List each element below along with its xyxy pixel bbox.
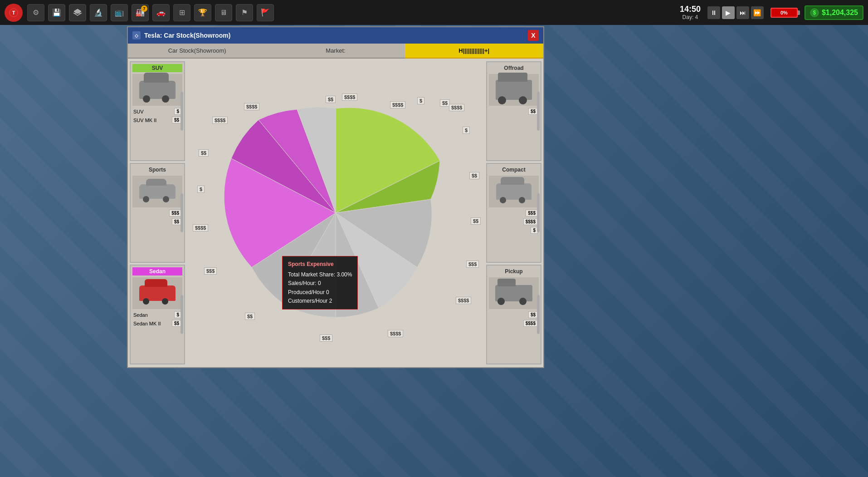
pickup-car-graphic	[495, 285, 532, 301]
battery-display: 0%	[770, 8, 798, 18]
offroad-price-1: $$	[528, 108, 538, 115]
chart-label-4: $$$$	[449, 104, 464, 111]
suv-mk2-name: SUV MK II	[133, 118, 156, 123]
pickup-image	[489, 277, 539, 309]
sports-items: $$$ $$	[132, 209, 182, 226]
pie-chart-area: $$$$ $ $$ $$$$ $ $$ $$ $$$ $$$$ $$$$ $$$…	[187, 59, 484, 367]
chart-label-8: $$$	[466, 261, 479, 268]
tab-market[interactable]: Market:	[266, 44, 405, 59]
dialog-title: Tesla: Car Stock(Showroom)	[144, 32, 230, 39]
sports-item-2[interactable]: $$	[132, 218, 182, 226]
chart-label-5: $	[463, 127, 470, 134]
sports-scrollbar[interactable]	[180, 193, 183, 232]
pickup-item-1[interactable]: $$	[489, 311, 539, 319]
chart-label-9: $$$$	[456, 297, 471, 304]
trophy-icon[interactable]: 🏆	[194, 4, 211, 21]
sports-price-2: $$	[172, 218, 181, 225]
money-icon: $	[810, 8, 819, 17]
suv-item-mk2[interactable]: SUV MK II $$	[132, 116, 182, 124]
toolbar-icons: ⚙ 💾 🔬 📺 🏭 7 🚗 ⊞ 🏆 🖥 ⚑ 🚩	[27, 4, 680, 21]
sports-car-graphic	[139, 184, 176, 199]
pause-button[interactable]: ⏸	[707, 6, 720, 19]
suv-scrollbar[interactable]	[180, 92, 183, 131]
research-icon[interactable]: 🔬	[90, 4, 107, 21]
offroad-panel-title: Offroad	[489, 64, 539, 72]
sedan-panel-title: Sedan	[132, 267, 182, 275]
sports-panel-title: Sports	[132, 166, 182, 174]
save-icon[interactable]: 💾	[48, 4, 65, 21]
compact-car-graphic	[496, 183, 532, 200]
dialog-close-button[interactable]: X	[528, 30, 539, 41]
right-car-panels: Offroad $$ Compact	[484, 59, 543, 367]
compact-item-2[interactable]: $$$$	[489, 218, 539, 226]
compact-image	[489, 176, 539, 207]
flag2-icon[interactable]: 🚩	[257, 4, 274, 21]
dialog-tabs: Car Stock(Showroom) Market: H|||||||||||…	[128, 44, 543, 59]
monitor-icon[interactable]: 🖥	[215, 4, 232, 21]
suv-panel-title: SUV	[132, 64, 182, 72]
dialog-content: SUV SUV $ SUV MK II $$	[128, 59, 543, 367]
sports-item-1[interactable]: $$$	[132, 209, 182, 217]
pie-chart-container: $$$$ $ $$ $$$$ $ $$ $$ $$$ $$$$ $$$$ $$$…	[218, 95, 454, 331]
play-button[interactable]: ▶	[722, 6, 735, 19]
sedan-scrollbar[interactable]	[180, 295, 183, 334]
chart-label-11: $$$	[320, 334, 332, 342]
cars-factory-icon[interactable]: 🏭 7	[132, 4, 149, 21]
compact-scrollbar[interactable]	[537, 193, 540, 232]
grid-icon[interactable]: ⊞	[173, 4, 190, 21]
chart-label-12: $$	[245, 313, 255, 320]
sedan-item-mk2[interactable]: Sedan MK II $$	[132, 320, 182, 327]
skip-button[interactable]: ⏩	[751, 6, 764, 19]
sedan-name: Sedan	[133, 312, 148, 318]
chart-label-19: $$	[326, 96, 336, 103]
toolbar-right: 14:50 Day: 4 ⏸ ▶ ⏭ ⏩ 0% $ $1,204,325	[680, 5, 863, 20]
dialog-titlebar: ◇ Tesla: Car Stock(Showroom) X	[128, 27, 543, 44]
suv-image	[132, 74, 182, 106]
cars-badge: 7	[141, 5, 147, 12]
pickup-scrollbar[interactable]	[537, 295, 540, 334]
car-icon[interactable]: 🚗	[152, 4, 170, 21]
suv-items: SUV $ SUV MK II $$	[132, 108, 182, 124]
left-car-panels: SUV SUV $ SUV MK II $$	[128, 59, 187, 367]
money-display: $ $1,204,325	[805, 5, 863, 20]
suv-mk2-price: $$	[172, 117, 181, 123]
sedan-mk2-price: $$	[172, 320, 181, 327]
compact-price-2: $$$$	[523, 218, 538, 225]
offroad-scrollbar[interactable]	[537, 92, 540, 131]
game-logo: T	[5, 4, 23, 22]
pickup-price-2: $$$$	[523, 320, 538, 327]
dialog-title-icon: ◇	[132, 31, 141, 39]
compact-item-3[interactable]: $	[489, 226, 539, 234]
chart-label-13: $$$	[204, 267, 217, 275]
chart-label-14: $$$$	[193, 224, 208, 231]
chart-label-17: $$$$	[212, 117, 228, 124]
tab-histogram[interactable]: H|||||||||||||+|	[405, 44, 543, 59]
sedan-image	[132, 277, 182, 309]
settings-icon[interactable]: ⚙	[27, 4, 44, 21]
compact-item-1[interactable]: $$$	[489, 209, 539, 217]
suv-item-base[interactable]: SUV $	[132, 108, 182, 115]
sedan-mk2-name: Sedan MK II	[133, 321, 161, 326]
compact-panel: Compact $$$ $$$$ $	[486, 163, 541, 263]
flag-icon[interactable]: ⚑	[236, 4, 253, 21]
compact-price-1: $$$	[526, 210, 538, 216]
svg-text:T: T	[12, 10, 15, 15]
compact-items: $$$ $$$$ $	[489, 209, 539, 234]
sedan-car-graphic	[139, 285, 176, 301]
pickup-items: $$ $$$$	[489, 311, 539, 327]
offroad-item-1[interactable]: $$	[489, 108, 539, 115]
compact-panel-title: Compact	[489, 166, 539, 174]
pickup-item-2[interactable]: $$$$	[489, 320, 539, 327]
tab-car-stock[interactable]: Car Stock(Showroom)	[128, 44, 266, 59]
chart-label-7: $$	[471, 217, 481, 225]
game-time: 14:50 Day: 4	[680, 5, 701, 20]
suv-panel: SUV SUV $ SUV MK II $$	[130, 61, 185, 161]
fast-forward-button[interactable]: ⏭	[736, 6, 749, 19]
tv-icon[interactable]: 📺	[111, 4, 128, 21]
offroad-panel: Offroad $$	[486, 61, 541, 161]
suv-name: SUV	[133, 109, 144, 114]
chart-label-16: $$	[199, 149, 209, 157]
battery-icon: 0%	[770, 8, 798, 18]
sedan-item-base[interactable]: Sedan $	[132, 311, 182, 319]
layers-icon[interactable]	[69, 4, 86, 21]
